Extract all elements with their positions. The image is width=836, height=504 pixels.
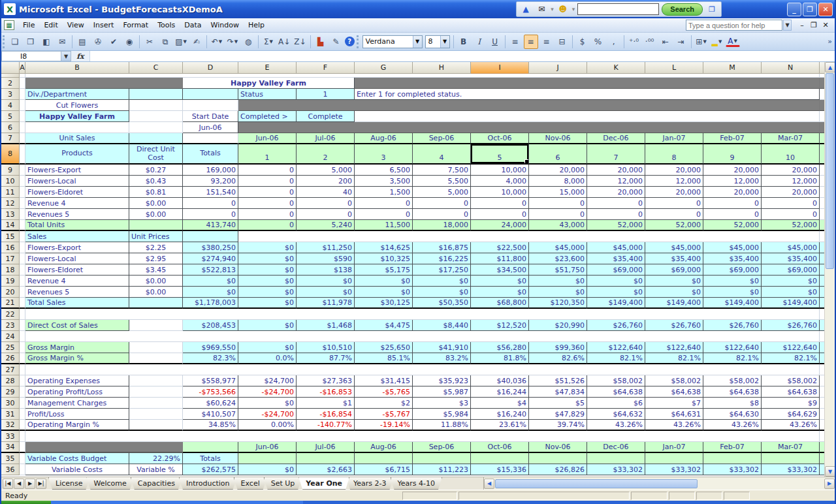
cell-H17[interactable]: $16,225 bbox=[413, 253, 471, 264]
cell-J7[interactable]: Nov-06 bbox=[529, 133, 587, 144]
cell-D12[interactable]: 0 bbox=[183, 198, 238, 209]
cell-I30[interactable]: $4 bbox=[471, 398, 529, 409]
cell-J17[interactable]: $23,600 bbox=[529, 253, 587, 264]
cell-D13[interactable]: 0 bbox=[183, 209, 238, 220]
cell-M35[interactable] bbox=[703, 453, 762, 464]
row-header-4[interactable]: 4 bbox=[1, 100, 20, 111]
cell-G14[interactable]: 11,500 bbox=[355, 220, 413, 231]
cell-F19[interactable]: $0 bbox=[297, 276, 355, 287]
cell-B26[interactable]: Gross Margin % bbox=[25, 353, 129, 364]
row-header-8[interactable]: 8 bbox=[1, 144, 20, 165]
cell-E26[interactable]: 0.0% bbox=[238, 353, 297, 364]
row-header-9[interactable]: 9 bbox=[1, 165, 20, 176]
cell-G12[interactable]: 0 bbox=[355, 198, 413, 209]
cell-F17[interactable]: $590 bbox=[297, 253, 355, 264]
cell-M25[interactable]: $122,640 bbox=[703, 342, 762, 353]
cell-E7[interactable]: Jun-06 bbox=[238, 133, 297, 144]
cell-G34[interactable]: Aug-06 bbox=[355, 442, 413, 453]
cell-L29[interactable]: $64,638 bbox=[645, 386, 703, 398]
cell-E28[interactable]: $24,700 bbox=[238, 375, 297, 386]
cell-D36[interactable]: $262,575 bbox=[183, 464, 238, 475]
cell-A7[interactable] bbox=[20, 133, 25, 144]
cell-B30[interactable]: Management Charges bbox=[25, 398, 129, 409]
close-button[interactable]: ✕ bbox=[818, 3, 833, 16]
cell-E14[interactable]: 0 bbox=[238, 220, 297, 231]
cell-I28[interactable]: $40,036 bbox=[471, 375, 529, 386]
cell-M10[interactable]: 12,000 bbox=[703, 176, 762, 187]
row-header-22[interactable]: 22 bbox=[1, 309, 20, 320]
cell-A35[interactable] bbox=[20, 453, 25, 464]
vertical-scrollbar[interactable]: ▲ ▼ bbox=[824, 62, 835, 477]
cell-M23[interactable]: $26,760 bbox=[703, 320, 762, 331]
percent-button[interactable]: % bbox=[591, 35, 605, 49]
cell-L7[interactable]: Jan-07 bbox=[645, 133, 703, 144]
cell-D11[interactable]: 151,540 bbox=[183, 187, 238, 198]
cell-E9[interactable]: 0 bbox=[238, 165, 297, 176]
cell-C8[interactable]: Direct Unit Cost bbox=[129, 144, 183, 165]
cell-B2[interactable] bbox=[25, 78, 183, 89]
cell-G21[interactable]: $30,125 bbox=[355, 298, 413, 309]
cell-F23[interactable]: $1,468 bbox=[297, 320, 355, 331]
cell-E12[interactable]: 0 bbox=[238, 198, 297, 209]
cell-L25[interactable]: $122,640 bbox=[645, 342, 703, 353]
cell-J29[interactable]: $47,834 bbox=[529, 386, 587, 398]
spelling-icon[interactable]: ✔ bbox=[106, 35, 121, 49]
cell-E16[interactable]: $0 bbox=[238, 242, 297, 253]
currency-button[interactable]: $ bbox=[575, 35, 590, 49]
cell-D32[interactable]: 34.85% bbox=[183, 420, 238, 431]
cell-N26[interactable]: 82.1% bbox=[762, 353, 820, 364]
decrease-decimal-button[interactable]: ·⁰⁰ bbox=[643, 35, 657, 49]
cell-D21[interactable]: $1,178,003 bbox=[183, 298, 238, 309]
formula-input[interactable] bbox=[89, 51, 835, 61]
cell-F32[interactable]: -140.77% bbox=[297, 420, 355, 431]
cell-D9[interactable]: 169,000 bbox=[183, 165, 238, 176]
cell-H16[interactable]: $16,875 bbox=[413, 242, 471, 253]
cell-N12[interactable]: 0 bbox=[762, 198, 820, 209]
cell-A17[interactable] bbox=[20, 253, 25, 264]
italic-button[interactable]: I bbox=[472, 35, 487, 49]
cell-L26[interactable]: 82.1% bbox=[645, 353, 703, 364]
cell-L32[interactable]: 43.26% bbox=[645, 420, 703, 431]
cell-C25[interactable] bbox=[129, 342, 183, 353]
cell-M17[interactable]: $35,400 bbox=[703, 253, 762, 264]
cell-F13[interactable]: 0 bbox=[297, 209, 355, 220]
cell-I23[interactable]: $12,520 bbox=[471, 320, 529, 331]
cell-L8[interactable]: 8 bbox=[645, 144, 703, 165]
cell-C14[interactable] bbox=[129, 220, 183, 231]
cell-I31[interactable]: $16,240 bbox=[471, 409, 529, 420]
cell-A12[interactable] bbox=[20, 198, 25, 209]
font-color-button[interactable]: A▼ bbox=[726, 37, 740, 47]
cell-N19[interactable]: $0 bbox=[762, 276, 820, 287]
cell-J32[interactable]: 39.74% bbox=[529, 420, 587, 431]
cell-C4[interactable] bbox=[129, 100, 183, 111]
cell-E10[interactable]: 0 bbox=[238, 176, 297, 187]
align-right-button[interactable]: ≡ bbox=[539, 35, 554, 49]
cell-B13[interactable]: Revenues 5 bbox=[25, 209, 129, 220]
cell-D35[interactable]: Totals bbox=[183, 453, 238, 464]
cell-K7[interactable]: Dec-06 bbox=[587, 133, 645, 144]
sort-desc-icon[interactable]: Z↓ bbox=[293, 35, 307, 49]
format-painter-icon[interactable]: ✍ bbox=[189, 35, 204, 49]
row-header-14[interactable]: 14 bbox=[1, 220, 20, 231]
cell-F14[interactable]: 5,240 bbox=[297, 220, 355, 231]
cell-A20[interactable] bbox=[20, 287, 25, 298]
cell-B36[interactable]: Variable Costs bbox=[25, 464, 129, 475]
cell-G17[interactable]: $10,325 bbox=[355, 253, 413, 264]
cell-H26[interactable]: 83.2% bbox=[413, 353, 471, 364]
cell-C18[interactable]: $3.45 bbox=[129, 264, 183, 276]
cell-F10[interactable]: 200 bbox=[297, 176, 355, 187]
cell-J25[interactable]: $99,360 bbox=[529, 342, 587, 353]
cell-N16[interactable]: $45,000 bbox=[762, 242, 820, 253]
cell-D15[interactable] bbox=[183, 231, 238, 242]
cell-G3[interactable]: Enter 1 for completed status. bbox=[355, 89, 820, 100]
row-header-3[interactable]: 3 bbox=[1, 89, 20, 100]
cell-C19[interactable]: $0.00 bbox=[129, 276, 183, 287]
cell-L9[interactable]: 20,000 bbox=[645, 165, 703, 176]
cell-J23[interactable]: $20,990 bbox=[529, 320, 587, 331]
cell-I14[interactable]: 24,000 bbox=[471, 220, 529, 231]
cell-K28[interactable]: $58,002 bbox=[587, 375, 645, 386]
toolbar-grip[interactable] bbox=[3, 35, 6, 48]
cell-H19[interactable]: $0 bbox=[413, 276, 471, 287]
cell-N17[interactable]: $35,400 bbox=[762, 253, 820, 264]
cell-B12[interactable]: Revenue 4 bbox=[25, 198, 129, 209]
